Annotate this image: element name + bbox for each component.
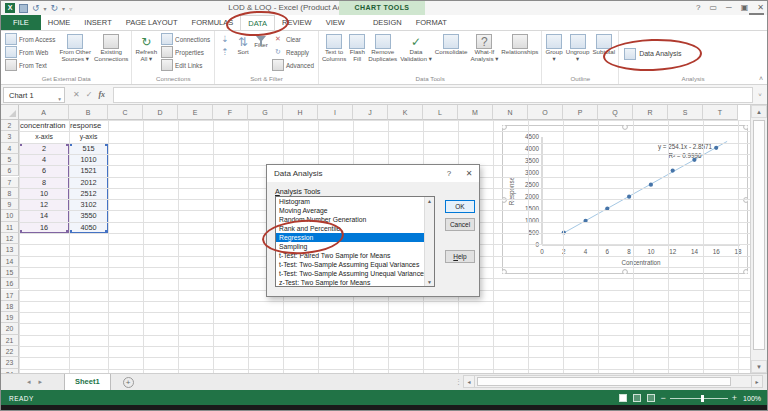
redo-icon[interactable]: ↻ (51, 3, 59, 13)
row-header-20[interactable]: 20 (1, 323, 19, 334)
zoom-in-icon[interactable]: + (732, 394, 737, 402)
analysis-tool-option[interactable]: z-Test: Two Sample for Means (276, 278, 434, 287)
page-break-view-icon[interactable] (647, 394, 655, 402)
row-header-17[interactable]: 17 (1, 290, 19, 301)
column-header-M[interactable]: M (458, 105, 493, 120)
analysis-tool-option[interactable]: t-Test: Two-Sample Assuming Equal Varian… (276, 260, 434, 269)
cell-a2[interactable]: concentration (20, 120, 68, 131)
listbox-scrollbar[interactable]: ▲ ▼ (424, 197, 434, 286)
column-header-H[interactable]: H (283, 105, 318, 120)
connections-button[interactable]: Connections (159, 33, 212, 45)
clear-button[interactable]: ✕Clear (270, 33, 316, 45)
scroll-down-icon[interactable]: ▼ (425, 279, 434, 285)
text-to-columns-button[interactable]: Text to Columns (321, 33, 347, 64)
tab-format[interactable]: FORMAT (409, 15, 454, 30)
analysis-tool-option[interactable]: Moving Average (276, 206, 434, 215)
cell-b8[interactable]: 2512 (70, 188, 107, 199)
row-header-13[interactable]: 13 (1, 244, 19, 255)
cell-a5[interactable]: 4 (20, 154, 68, 165)
zoom-out-icon[interactable]: − (661, 394, 666, 402)
sort-ascending-button[interactable]: ⇣ (217, 33, 233, 45)
column-header-C[interactable]: C (108, 105, 143, 120)
tab-splitter-handle[interactable]: ⋮ (455, 378, 463, 386)
cell-b10[interactable]: 3550 (70, 210, 107, 221)
row-header-2[interactable]: 2 (1, 120, 19, 131)
column-header-T[interactable]: T (703, 105, 738, 120)
scroll-left-icon[interactable]: ◂ (463, 375, 475, 388)
analysis-tool-option[interactable]: Sampling (276, 242, 434, 251)
tab-view[interactable]: VIEW (319, 15, 352, 30)
cell-a11[interactable]: 16 (20, 222, 68, 233)
reapply-button[interactable]: ↻Reapply (270, 46, 316, 58)
row-header-21[interactable]: 21 (1, 335, 19, 346)
cell-a9[interactable]: 12 (20, 199, 68, 210)
scroll-down-icon[interactable]: ▼ (751, 360, 767, 373)
scroll-right-icon[interactable]: ▸ (751, 375, 763, 388)
redo-caret-icon[interactable]: ▾ (62, 5, 65, 12)
tab-design[interactable]: DESIGN (366, 15, 409, 30)
analysis-tool-option[interactable]: Regression (276, 233, 434, 242)
scroll-up-icon[interactable]: ▲ (425, 198, 434, 204)
analysis-tool-option[interactable]: Rank and Percentile (276, 224, 434, 233)
row-header-22[interactable]: 22 (1, 346, 19, 357)
undo-caret-icon[interactable]: ▾ (44, 5, 47, 12)
cancel-entry-icon[interactable]: ✕ (73, 90, 80, 99)
column-header-P[interactable]: P (563, 105, 598, 120)
remove-duplicates-button[interactable]: Remove Duplicates (367, 33, 398, 64)
row-header-8[interactable]: 8 (1, 188, 19, 199)
sheet-nav-left-icon[interactable]: ◂ (27, 378, 31, 386)
column-header-N[interactable]: N (493, 105, 528, 120)
cell-a8[interactable]: 10 (20, 188, 68, 199)
row-header-19[interactable]: 19 (1, 312, 19, 323)
column-header-B[interactable]: B (69, 105, 108, 120)
row-header-12[interactable]: 12 (1, 233, 19, 244)
column-header-R[interactable]: R (633, 105, 668, 120)
properties-button[interactable]: Properties (159, 46, 212, 58)
row-header-9[interactable]: 9 (1, 199, 19, 210)
help-icon[interactable]: ? (696, 2, 700, 14)
undo-icon[interactable]: ↺ (32, 3, 40, 13)
from-text-button[interactable]: From Text (3, 59, 57, 71)
analysis-tool-option[interactable]: t-Test: Paired Two Sample for Means (276, 251, 434, 260)
cell-b5[interactable]: 1010 (70, 154, 107, 165)
row-header-6[interactable]: 6 (1, 165, 19, 176)
tab-data[interactable]: DATA (240, 15, 275, 30)
existing-connections-button[interactable]: Existing Connections (93, 33, 129, 64)
page-layout-view-icon[interactable] (633, 394, 641, 402)
select-all-corner[interactable] (1, 105, 19, 120)
insert-function-icon[interactable]: fx (98, 90, 105, 99)
sheet-tab-sheet1[interactable]: Sheet1 (64, 374, 111, 391)
from-web-button[interactable]: From Web (3, 46, 57, 58)
row-header-7[interactable]: 7 (1, 177, 19, 188)
scroll-up-icon[interactable]: ▲ (751, 105, 767, 118)
group-button[interactable]: Group ▾ (544, 33, 563, 64)
dialog-close-icon[interactable]: ✕ (459, 169, 479, 178)
tab-home[interactable]: HOME (41, 15, 78, 30)
help-button[interactable]: Help (445, 250, 475, 263)
column-header-S[interactable]: S (668, 105, 703, 120)
tab-review[interactable]: REVIEW (275, 15, 319, 30)
data-validation-button[interactable]: ✓Data Validation ▾ (399, 33, 433, 64)
save-icon[interactable] (19, 4, 28, 13)
column-header-A[interactable]: A (19, 105, 69, 120)
cell-b11[interactable]: 4050 (70, 222, 107, 233)
column-header-F[interactable]: F (213, 105, 248, 120)
row-header-5[interactable]: 5 (1, 154, 19, 165)
row-header-10[interactable]: 10 (1, 210, 19, 221)
horizontal-scroll-thumb[interactable] (477, 377, 731, 386)
subtotal-button[interactable]: Subtotal (591, 33, 616, 57)
data-analysis-button[interactable]: Data Analysis (621, 46, 684, 62)
column-header-L[interactable]: L (423, 105, 458, 120)
analysis-tool-option[interactable]: t-Test: Two-Sample Assuming Unequal Vari… (276, 269, 434, 278)
horizontal-scrollbar[interactable]: ◂ ▸ (463, 375, 763, 388)
cell-b9[interactable]: 3102 (70, 199, 107, 210)
row-header-18[interactable]: 18 (1, 301, 19, 312)
vertical-scrollbar[interactable]: ▲ ▼ (750, 105, 767, 373)
restore-icon[interactable]: ▣ (741, 2, 749, 14)
sheet-nav-right-icon[interactable]: ▸ (39, 378, 43, 386)
row-header-23[interactable]: 23 (1, 357, 19, 368)
edit-links-button[interactable]: Edit Links (159, 59, 212, 71)
from-other-sources-button[interactable]: From Other Sources ▾ (58, 33, 92, 64)
dialog-title-bar[interactable]: Data Analysis ? ✕ (267, 165, 479, 182)
column-header-J[interactable]: J (353, 105, 388, 120)
